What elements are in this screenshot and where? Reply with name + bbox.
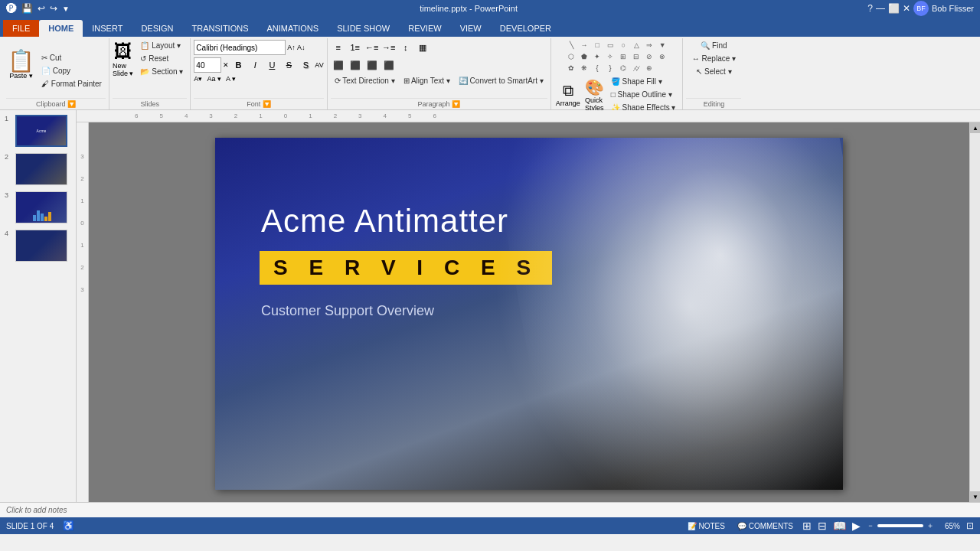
slide-canvas[interactable]: Acme Antimatter S E R V I C E S Customer… (215, 138, 843, 490)
shape-rect[interactable]: □ (591, 40, 603, 51)
align-center-button[interactable]: ⬛ (348, 57, 363, 73)
shape-9[interactable]: ⊗ (656, 51, 668, 62)
align-left-button[interactable]: ⬛ (331, 57, 346, 73)
shape-arrow[interactable]: → (578, 40, 590, 51)
comments-button[interactable]: 💬 COMMENTS (734, 522, 796, 530)
tab-slideshow[interactable]: SLIDE SHOW (328, 20, 399, 37)
zoom-out-button[interactable]: － (867, 520, 874, 531)
clear-formatting-button[interactable]: ✕ (223, 61, 229, 69)
shape-oval[interactable]: ○ (617, 40, 629, 51)
shape-2[interactable]: ⬡ (565, 51, 577, 62)
shape-7[interactable]: ⊟ (630, 51, 642, 62)
tab-insert[interactable]: INSERT (83, 20, 132, 37)
shape-more[interactable]: ▼ (656, 40, 668, 51)
tab-developer[interactable]: DEVELOPER (491, 20, 560, 37)
bullets-button[interactable]: ≡ (331, 40, 346, 55)
decrease-font-size-button[interactable]: A↓ (297, 44, 305, 51)
accessibility-icon[interactable]: ♿ (63, 520, 74, 531)
font-name-input[interactable] (194, 40, 286, 55)
quick-access-redo[interactable]: ↪ (50, 3, 57, 14)
shape-line[interactable]: ╲ (565, 40, 577, 51)
select-button[interactable]: ↖ Select ▾ (692, 66, 735, 77)
slide-sorter-button[interactable]: ⊟ (818, 520, 827, 532)
convert-smartart-button[interactable]: 🔄 Convert to SmartArt ▾ (455, 75, 547, 86)
slide-thumb-3[interactable]: 3 (3, 190, 73, 225)
increase-indent-button[interactable]: →≡ (381, 40, 397, 55)
copy-button[interactable]: 📄 Copy (38, 65, 106, 77)
replace-button[interactable]: ↔ Replace ▾ (688, 53, 740, 64)
shape-5[interactable]: ✧ (604, 51, 616, 62)
tab-design[interactable]: DESIGN (132, 20, 182, 37)
notes-button[interactable]: 📝 NOTES (684, 522, 728, 530)
paste-button[interactable]: 📋 Paste ▾ (6, 49, 36, 81)
shape-14[interactable]: ⌬ (617, 63, 629, 73)
text-direction-button[interactable]: ⟳ Text Direction ▾ (331, 75, 399, 86)
normal-view-button[interactable]: ⊞ (802, 520, 812, 532)
italic-button[interactable]: I (247, 57, 263, 73)
tab-animations[interactable]: ANIMATIONS (258, 20, 328, 37)
underline-button[interactable]: U (264, 57, 279, 73)
align-right-button[interactable]: ⬛ (364, 57, 380, 73)
justify-button[interactable]: ⬛ (381, 57, 397, 73)
cut-button[interactable]: ✂ Cut (38, 52, 106, 64)
quick-styles-button[interactable]: 🎨 QuickStyles (583, 77, 606, 113)
new-slide-button[interactable]: 🖼 NewSlide ▾ (113, 41, 134, 77)
restore-button[interactable]: ⬜ (888, 3, 900, 14)
line-spacing-button[interactable]: ↕ (398, 40, 413, 55)
section-button[interactable]: 📂 Section ▾ (136, 66, 187, 77)
align-text-button[interactable]: ⊞ Align Text ▾ (400, 75, 454, 86)
increase-font-size-button[interactable]: A↑ (287, 44, 296, 51)
font-size-change[interactable]: Aa ▾ (207, 75, 221, 83)
shape-outline-button[interactable]: □ Shape Outline ▾ (607, 89, 680, 100)
reset-button[interactable]: ↺ Reset (136, 53, 187, 64)
change-case-button[interactable]: A ▾ (226, 75, 236, 83)
columns-button[interactable]: ▦ (415, 40, 430, 55)
shape-11[interactable]: ❋ (578, 63, 590, 73)
reading-view-button[interactable]: 📖 (833, 520, 846, 532)
shape-6[interactable]: ⊞ (617, 51, 629, 62)
close-button[interactable]: ✕ (903, 3, 910, 14)
shape-round-rect[interactable]: ▭ (604, 40, 616, 51)
shape-16[interactable]: ⊕ (643, 63, 655, 73)
slideshow-button[interactable]: ▶ (852, 520, 861, 532)
tab-review[interactable]: REVIEW (399, 20, 450, 37)
format-painter-button[interactable]: 🖌 Format Painter (38, 78, 106, 90)
shape-8[interactable]: ⊘ (643, 51, 655, 62)
font-size-input[interactable] (194, 57, 221, 73)
shape-4[interactable]: ✦ (591, 51, 603, 62)
find-button[interactable]: 🔍 Find (697, 40, 730, 51)
numbering-button[interactable]: 1≡ (348, 40, 363, 55)
font-color-button[interactable]: A▾ (194, 75, 202, 83)
notes-bar[interactable]: Click to add notes (0, 502, 980, 517)
tab-file[interactable]: FILE (3, 20, 39, 37)
quick-access-undo[interactable]: ↩ (38, 3, 45, 14)
vertical-scrollbar[interactable]: ▲ ▼ (969, 122, 980, 502)
strikethrough-button[interactable]: S (281, 57, 296, 73)
quick-access-save[interactable]: 💾 (21, 3, 33, 14)
shape-13[interactable]: } (604, 63, 616, 73)
decrease-indent-button[interactable]: ←≡ (364, 40, 380, 55)
zoom-percent[interactable]: 65% (937, 522, 960, 530)
zoom-slider[interactable] (877, 524, 923, 527)
layout-button[interactable]: 📋 Layout ▾ (136, 40, 187, 51)
slide-thumb-4[interactable]: 4 (3, 228, 73, 263)
quick-access-customize[interactable]: ▼ (62, 5, 70, 13)
shape-12[interactable]: { (591, 63, 603, 73)
slide-thumb-2[interactable]: 2 (3, 152, 73, 187)
shape-15[interactable]: ⌭ (630, 63, 642, 73)
character-spacing-button[interactable]: AV (315, 61, 323, 69)
shape-right-arrow[interactable]: ⇒ (643, 40, 655, 51)
shape-10[interactable]: ✿ (565, 63, 577, 73)
fit-slide-button[interactable]: ⊡ (966, 520, 974, 531)
minimize-button[interactable]: — (876, 3, 885, 14)
tab-home[interactable]: HOME (39, 20, 83, 37)
shape-fill-button[interactable]: 🪣 Shape Fill ▾ (607, 76, 680, 87)
shape-triangle[interactable]: △ (630, 40, 642, 51)
zoom-in-button[interactable]: ＋ (926, 520, 934, 531)
bold-button[interactable]: B (230, 57, 246, 73)
shadow-button[interactable]: S (298, 57, 313, 73)
tab-transitions[interactable]: TRANSITIONS (183, 20, 258, 37)
slide-thumb-1[interactable]: 1 Acme (3, 113, 73, 148)
help-button[interactable]: ? (867, 3, 873, 14)
shape-3[interactable]: ⬟ (578, 51, 590, 62)
